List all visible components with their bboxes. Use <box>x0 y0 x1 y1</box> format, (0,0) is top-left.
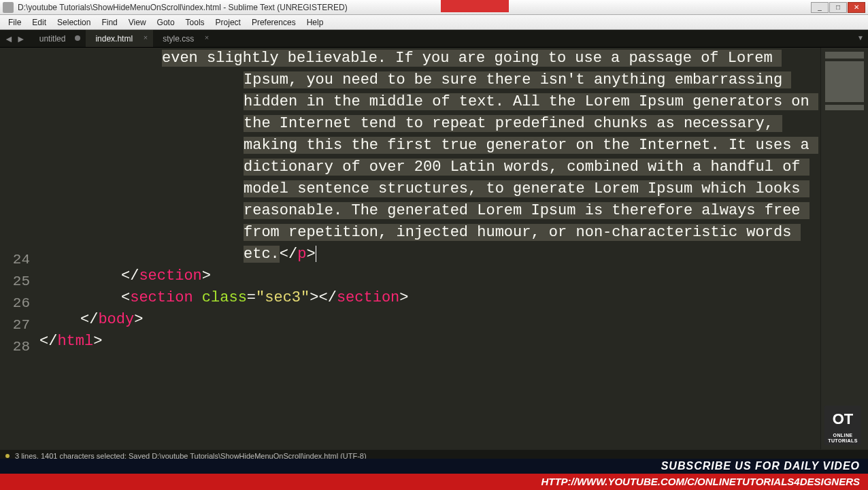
line-number: 24 <box>0 249 39 271</box>
close-button[interactable]: ✕ <box>848 2 865 13</box>
line-number: 27 <box>0 314 39 336</box>
tab-label: style.css <box>163 34 194 44</box>
tab-overflow-icon[interactable]: ▼ <box>857 34 864 42</box>
menu-goto[interactable]: Goto <box>152 16 180 29</box>
dirty-indicator-icon <box>75 35 80 41</box>
accent-stripe <box>441 0 509 12</box>
titlebar: D:\youtube Tutorials\ShowHideMenuOnScrol… <box>0 0 868 15</box>
tab-nav-arrows[interactable]: ◄ ► <box>0 30 30 47</box>
minimap-region <box>825 105 864 110</box>
menubar: File Edit Selection Find View Goto Tools… <box>0 15 868 30</box>
menu-selection[interactable]: Selection <box>52 16 96 29</box>
line-number: 26 <box>0 293 39 314</box>
close-tab-icon[interactable]: × <box>205 33 209 42</box>
code-area[interactable]: even slightly believable. If you are goi… <box>39 48 868 449</box>
menu-file[interactable]: File <box>3 16 27 29</box>
text-caret <box>316 246 316 262</box>
minimize-button[interactable]: _ <box>811 2 829 13</box>
menu-tools[interactable]: Tools <box>180 16 210 29</box>
tabbar: ◄ ► untitled index.html × style.css × ▼ <box>0 30 868 48</box>
minimap-region <box>825 52 864 59</box>
app-icon <box>3 2 14 13</box>
channel-logo: OT ONLINE TUTORIALS <box>824 406 861 445</box>
menu-help[interactable]: Help <box>301 16 329 29</box>
banner-bottom: HTTP://WWW.YOUTUBE.COM/C/ONLINETUTORIALS… <box>0 474 868 490</box>
menu-project[interactable]: Project <box>210 16 246 29</box>
window-controls: _ □ ✕ <box>811 2 865 13</box>
window-title: D:\youtube Tutorials\ShowHideMenuOnScrol… <box>18 3 811 12</box>
banner-top: SUBSCRIBE US FOR DAILY VIDEO <box>0 459 868 474</box>
status-indicator-icon <box>5 454 10 458</box>
editor-pane: 24 25 26 27 28 even slightly believable.… <box>0 48 868 449</box>
menu-find[interactable]: Find <box>96 16 122 29</box>
tab-untitled[interactable]: untitled <box>30 30 86 47</box>
arrow-right-icon[interactable]: ► <box>16 34 26 44</box>
video-banner: SUBSCRIBE US FOR DAILY VIDEO HTTP://WWW.… <box>0 459 868 490</box>
line-gutter: 24 25 26 27 28 <box>0 48 39 449</box>
minimap[interactable] <box>820 48 868 449</box>
menu-view[interactable]: View <box>123 16 152 29</box>
arrow-left-icon[interactable]: ◄ <box>4 34 14 44</box>
selected-text: even slightly believable. If you are goi… <box>162 50 818 263</box>
tab-label: untitled <box>39 34 66 44</box>
close-tab-icon[interactable]: × <box>144 33 148 42</box>
tab-style-css[interactable]: style.css × <box>153 30 214 47</box>
minimap-region <box>825 61 864 102</box>
maximize-button[interactable]: □ <box>829 2 847 13</box>
tab-index-html[interactable]: index.html × <box>86 30 153 47</box>
line-number: 25 <box>0 271 39 293</box>
tab-label: index.html <box>95 34 133 44</box>
menu-edit[interactable]: Edit <box>27 16 52 29</box>
menu-preferences[interactable]: Preferences <box>246 16 301 29</box>
line-number: 28 <box>0 336 39 358</box>
